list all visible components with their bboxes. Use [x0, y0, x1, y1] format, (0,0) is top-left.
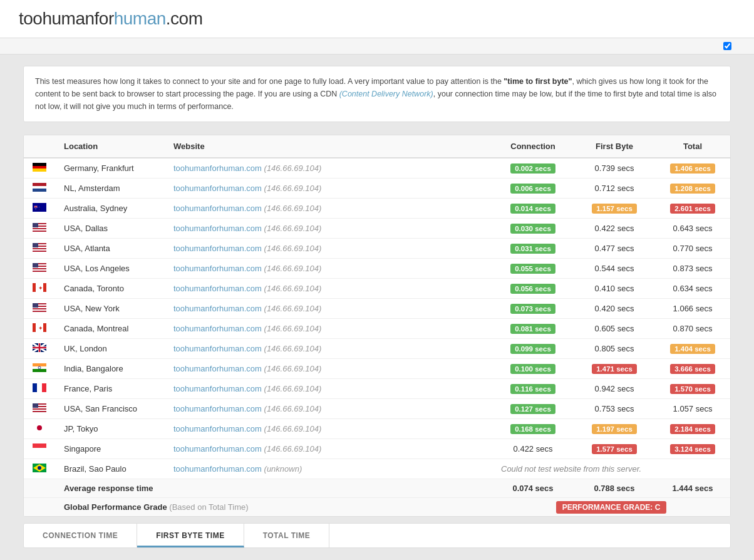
website-cell: toohumanforhuman.com (146.66.69.104): [165, 179, 492, 199]
firstbyte-cell: 0.422 secs: [574, 219, 655, 239]
toolbar: [0, 38, 754, 54]
svg-text:🇦🇺: 🇦🇺: [34, 204, 41, 212]
flag-cell: [24, 339, 55, 359]
col-header-location: Location: [55, 135, 165, 158]
header: toohumanforhuman.com: [0, 0, 754, 38]
firstbyte-cell: 0.753 secs: [574, 399, 655, 419]
website-cell: toohumanforhuman.com (146.66.69.104): [165, 319, 492, 339]
website-cell: toohumanforhuman.com (146.66.69.104): [165, 359, 492, 379]
grade-row: Global Performance Grade (Based on Total…: [24, 498, 730, 517]
flag-cell: [24, 259, 55, 279]
table-row: USA, San Franciscotoohumanforhuman.com (…: [24, 399, 730, 419]
svg-rect-0: [33, 163, 46, 166]
table-row: Singaporetoohumanforhuman.com (146.66.69…: [24, 439, 730, 459]
svg-rect-57: [33, 443, 46, 448]
table-row: JP, Tokyotoohumanforhuman.com (146.66.69…: [24, 419, 730, 439]
website-cell: toohumanforhuman.com (146.66.69.104): [165, 259, 492, 279]
total-cell: 1.406 secs: [655, 158, 730, 179]
total-cell: 1.057 secs: [655, 399, 730, 419]
website-cell: toohumanforhuman.com (146.66.69.104): [165, 199, 492, 219]
svg-rect-45: [33, 369, 46, 372]
flag-cell: [24, 158, 55, 179]
location-cell: USA, Atlanta: [55, 239, 165, 259]
info-box: This test measures how long it takes to …: [23, 66, 731, 122]
average-row: Average response time 0.074 secs 0.788 s…: [24, 479, 730, 498]
results-table: Location Website Connection First Byte T…: [24, 135, 730, 516]
flag-cell: ✦: [24, 319, 55, 339]
website-cell: toohumanforhuman.com (unknown): [165, 459, 492, 479]
connection-cell: 0.081 secs: [492, 319, 574, 339]
total-cell: 1.066 secs: [655, 299, 730, 319]
svg-rect-43: [33, 363, 46, 366]
connection-cell: 0.014 secs: [492, 199, 574, 219]
total-cell: 0.870 secs: [655, 319, 730, 339]
location-cell: Germany, Frankfurt: [55, 158, 165, 179]
total-cell: 2.601 secs: [655, 199, 730, 219]
svg-rect-23: [33, 283, 36, 292]
grade-flag-cell: [24, 498, 55, 517]
connection-cell: 0.055 secs: [492, 259, 574, 279]
connection-cell: 0.030 secs: [492, 219, 574, 239]
col-header-total: Total: [655, 135, 730, 158]
svg-point-56: [37, 425, 42, 430]
total-cell: 0.634 secs: [655, 279, 730, 299]
flag-cell: ✦: [24, 279, 55, 299]
firstbyte-cell: 0.477 secs: [574, 239, 655, 259]
location-cell: JP, Tokyo: [55, 419, 165, 439]
svg-rect-44: [33, 366, 46, 369]
performance-badge: PERFORMANCE GRADE: C: [556, 501, 667, 514]
svg-rect-30: [33, 309, 46, 311]
website-cell: toohumanforhuman.com (146.66.69.104): [165, 379, 492, 399]
firstbyte-cell: 0.544 secs: [574, 259, 655, 279]
location-cell: France, Paris: [55, 379, 165, 399]
firstbyte-cell: 1.197 secs: [574, 419, 655, 439]
flag-cell: [24, 359, 55, 379]
website-cell: toohumanforhuman.com (146.66.69.104): [165, 419, 492, 439]
no-show-checkbox[interactable]: [723, 42, 731, 50]
website-cell: toohumanforhuman.com (146.66.69.104): [165, 219, 492, 239]
total-cell: 2.184 secs: [655, 419, 730, 439]
main-content: This test measures how long it takes to …: [17, 66, 737, 548]
grade-label-cell: Global Performance Grade (Based on Total…: [55, 498, 492, 517]
total-cell: 3.124 secs: [655, 439, 730, 459]
firstbyte-cell: 0.805 secs: [574, 339, 655, 359]
flag-cell: [24, 399, 55, 419]
site-title: toohumanforhuman.com: [19, 9, 203, 29]
total-cell: 3.666 secs: [655, 359, 730, 379]
location-cell: USA, New York: [55, 299, 165, 319]
connection-cell: 0.031 secs: [492, 239, 574, 259]
website-cell: toohumanforhuman.com (146.66.69.104): [165, 239, 492, 259]
website-cell: toohumanforhuman.com (146.66.69.104): [165, 299, 492, 319]
flag-cell: [24, 299, 55, 319]
location-cell: Canada, Montreal: [55, 319, 165, 339]
tab-connection-time[interactable]: CONNECTION TIME: [24, 524, 137, 547]
svg-rect-54: [33, 403, 38, 408]
svg-rect-31: [33, 303, 38, 308]
location-cell: India, Bangalore: [55, 359, 165, 379]
tab-first-byte-time[interactable]: FIRST BYTE TIME: [137, 524, 244, 547]
website-cell: toohumanforhuman.com (146.66.69.104): [165, 399, 492, 419]
connection-cell: 0.422 secs: [492, 439, 574, 459]
svg-rect-49: [42, 383, 46, 392]
flag-cell: [24, 179, 55, 199]
tab-total-time[interactable]: TOTAL TIME: [244, 524, 330, 547]
firstbyte-cell: 0.712 secs: [574, 179, 655, 199]
location-cell: Australia, Sydney: [55, 199, 165, 219]
flag-cell: [24, 459, 55, 479]
svg-rect-24: [43, 283, 46, 292]
table-row: USA, New Yorktoohumanforhuman.com (146.6…: [24, 299, 730, 319]
flag-cell: [24, 219, 55, 239]
location-cell: USA, Dallas: [55, 219, 165, 239]
connection-cell: 0.100 secs: [492, 359, 574, 379]
website-cell: toohumanforhuman.com (146.66.69.104): [165, 158, 492, 179]
firstbyte-cell: 1.157 secs: [574, 199, 655, 219]
col-header-flag: [24, 135, 55, 158]
svg-rect-3: [33, 183, 46, 186]
svg-rect-12: [33, 223, 38, 227]
svg-text:✦: ✦: [38, 325, 43, 331]
location-cell: USA, Los Angeles: [55, 259, 165, 279]
table-row: ✦Canada, Montrealtoohumanforhuman.com (1…: [24, 319, 730, 339]
svg-rect-21: [33, 269, 46, 271]
location-cell: Canada, Toronto: [55, 279, 165, 299]
firstbyte-cell: 1.577 secs: [574, 439, 655, 459]
